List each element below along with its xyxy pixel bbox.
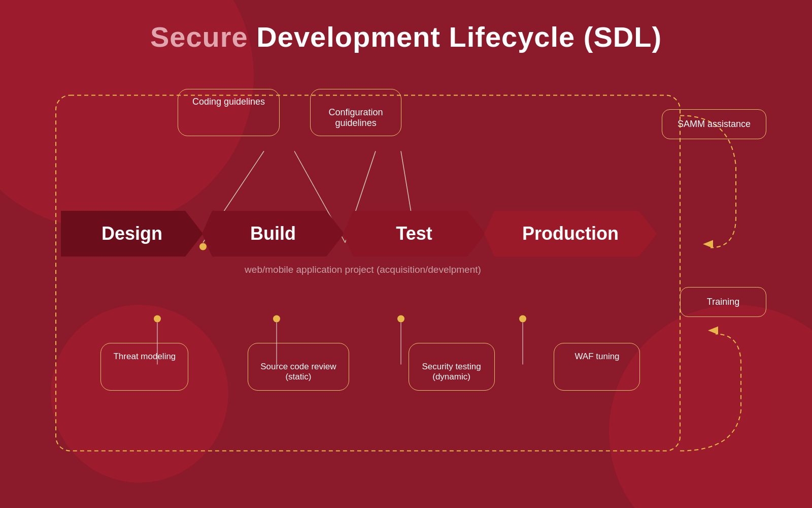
bottom-boxes-container: Threat modeling Source code review(stati… xyxy=(61,343,680,391)
waf-tuning-box: WAF tuning xyxy=(554,343,640,391)
production-label: Production xyxy=(522,223,619,244)
security-testing-box: Security testing(dynamic) xyxy=(409,343,495,391)
design-label: Design xyxy=(101,223,162,244)
svg-point-13 xyxy=(519,315,526,323)
svg-marker-15 xyxy=(703,240,713,248)
build-stage: Build xyxy=(202,211,344,257)
svg-point-9 xyxy=(273,315,280,323)
source-code-review-box: Source code review(static) xyxy=(248,343,349,391)
svg-marker-16 xyxy=(708,327,718,335)
process-flow: Design Build Test Production xyxy=(61,211,680,257)
build-label: Build xyxy=(250,223,296,244)
test-label: Test xyxy=(396,223,432,244)
svg-point-11 xyxy=(397,315,404,323)
threat-modeling-box: Threat modeling xyxy=(100,343,188,391)
test-stage: Test xyxy=(343,211,485,257)
top-boxes-container: Coding guidelines Configurationguideline… xyxy=(178,89,401,136)
page-container: Secure Development Lifecycle (SDL) xyxy=(0,0,812,508)
training-container: Training xyxy=(680,287,766,317)
samm-assistance-box: SAMM assistance xyxy=(662,109,766,139)
diagram-container: Coding guidelines Configurationguideline… xyxy=(46,69,766,508)
samm-container: SAMM assistance xyxy=(662,109,766,139)
coding-guidelines-box: Coding guidelines xyxy=(178,89,280,136)
config-guidelines-box: Configurationguidelines xyxy=(310,89,401,136)
design-stage: Design xyxy=(61,211,203,257)
page-title: Secure Development Lifecycle (SDL) xyxy=(150,20,662,53)
project-label: web/mobile application project (acquisit… xyxy=(46,264,680,275)
production-stage: Production xyxy=(484,211,657,257)
training-box: Training xyxy=(680,287,766,317)
svg-point-7 xyxy=(154,315,161,323)
